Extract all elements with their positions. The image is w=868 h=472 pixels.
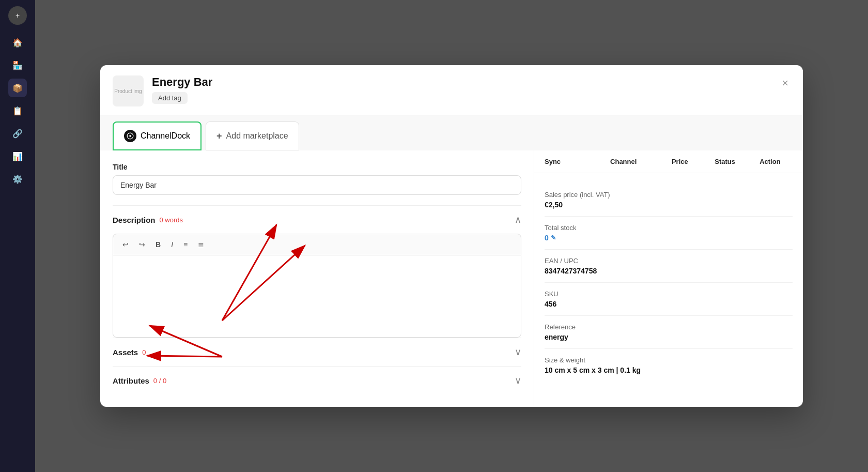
description-editor-area[interactable]: [113, 255, 521, 338]
description-chevron-icon: ∧: [515, 214, 521, 225]
header-channel: Channel: [590, 158, 657, 165]
reference-row: Reference energy: [545, 316, 793, 349]
editor-toolbar: ↩ ↪ B I ≡ ≣: [113, 234, 521, 255]
modal-close-button[interactable]: ×: [780, 75, 791, 91]
modal-product-title: Energy Bar: [152, 75, 771, 89]
add-tag-button[interactable]: Add tag: [152, 92, 188, 104]
attributes-section-header[interactable]: Attributes 0 / 0 ∨: [113, 366, 521, 394]
product-modal: Product img Energy Bar Add tag × Channel…: [100, 65, 803, 407]
sidebar-item-orders[interactable]: 📋: [8, 101, 27, 120]
assets-header-left: Assets 0: [113, 348, 146, 357]
header-sync: Sync: [545, 158, 590, 165]
title-label: Title: [113, 163, 521, 171]
attributes-count: 0 / 0: [153, 377, 166, 385]
ean-value: 8347427374758: [545, 267, 793, 275]
sidebar-item-store[interactable]: 🏪: [8, 56, 27, 74]
tabs-row: ChannelDock + Add marketplace: [100, 115, 803, 150]
reference-label: Reference: [545, 323, 793, 331]
header-price: Price: [657, 158, 702, 165]
description-word-count: 0 words: [160, 216, 183, 224]
bold-button[interactable]: B: [152, 238, 164, 251]
ean-row: EAN / UPC 8347427374758: [545, 250, 793, 283]
assets-count: 0: [142, 348, 146, 356]
title-section: Title: [113, 163, 521, 195]
add-marketplace-label: Add marketplace: [226, 131, 288, 141]
title-input[interactable]: [113, 175, 521, 195]
unordered-list-button[interactable]: ≣: [195, 238, 207, 251]
size-weight-label: Size & weight: [545, 356, 793, 364]
right-panel: Sync Channel Price Status Action Sales p…: [534, 150, 803, 407]
sku-row: SKU 456: [545, 283, 793, 316]
stock-edit-icon[interactable]: ✎: [551, 234, 556, 241]
undo-button[interactable]: ↩: [119, 238, 132, 251]
attributes-header-left: Attributes 0 / 0: [113, 376, 166, 385]
modal-header-info: Energy Bar Add tag: [152, 75, 771, 104]
product-image: Product img: [113, 75, 144, 106]
sku-value: 456: [545, 300, 793, 308]
size-weight-row: Size & weight 10 cm x 5 cm x 3 cm | 0.1 …: [545, 349, 793, 382]
total-stock-value[interactable]: 0 ✎: [545, 234, 793, 242]
user-avatar[interactable]: +: [8, 6, 27, 25]
modal-overlay: Product img Energy Bar Add tag × Channel…: [35, 0, 868, 472]
sidebar-item-home[interactable]: 🏠: [8, 33, 27, 52]
header-action: Action: [748, 158, 793, 165]
sidebar-item-analytics[interactable]: 📊: [8, 147, 27, 165]
assets-label: Assets: [113, 348, 138, 357]
modal-header: Product img Energy Bar Add tag ×: [100, 65, 803, 115]
add-marketplace-tab[interactable]: + Add marketplace: [206, 121, 299, 150]
ean-label: EAN / UPC: [545, 257, 793, 265]
description-section-header[interactable]: Description 0 words ∧: [113, 205, 521, 234]
assets-chevron-icon: ∨: [515, 346, 521, 358]
size-weight-value: 10 cm x 5 cm x 3 cm | 0.1 kg: [545, 366, 793, 374]
sidebar-item-integrations[interactable]: 🔗: [8, 124, 27, 143]
sales-price-label: Sales price (incl. VAT): [545, 191, 793, 199]
description-editor: ↩ ↪ B I ≡ ≣: [113, 234, 521, 338]
right-panel-header: Sync Channel Price Status Action: [534, 150, 803, 173]
description-label: Description: [113, 216, 156, 224]
sidebar-item-products[interactable]: 📦: [8, 79, 27, 97]
sales-price-value: €2,50: [545, 201, 793, 209]
total-stock-row: Total stock 0 ✎: [545, 217, 793, 250]
italic-button[interactable]: I: [168, 238, 176, 251]
description-header-left: Description 0 words: [113, 216, 183, 224]
channeldock-logo-icon: [124, 130, 136, 142]
header-status: Status: [702, 158, 747, 165]
modal-body: Title Description 0 words ∧ ↩ ↪: [100, 150, 803, 407]
channeldock-tab-label: ChannelDock: [141, 131, 190, 141]
attributes-chevron-icon: ∨: [515, 375, 521, 386]
reference-value: energy: [545, 333, 793, 341]
redo-button[interactable]: ↪: [136, 238, 148, 251]
sidebar: + 🏠 🏪 📦 📋 🔗 📊 ⚙️: [0, 0, 35, 472]
left-panel: Title Description 0 words ∧ ↩ ↪: [100, 150, 534, 407]
add-marketplace-icon: +: [216, 131, 222, 142]
sku-label: SKU: [545, 290, 793, 298]
product-info-section: Sales price (incl. VAT) €2,50 Total stoc…: [534, 173, 803, 392]
sales-price-row: Sales price (incl. VAT) €2,50: [545, 184, 793, 217]
total-stock-label: Total stock: [545, 224, 793, 232]
tab-channeldock[interactable]: ChannelDock: [113, 121, 202, 150]
sidebar-item-settings[interactable]: ⚙️: [8, 170, 27, 188]
ordered-list-button[interactable]: ≡: [180, 238, 191, 251]
assets-section-header[interactable]: Assets 0 ∨: [113, 338, 521, 366]
attributes-label: Attributes: [113, 376, 149, 385]
